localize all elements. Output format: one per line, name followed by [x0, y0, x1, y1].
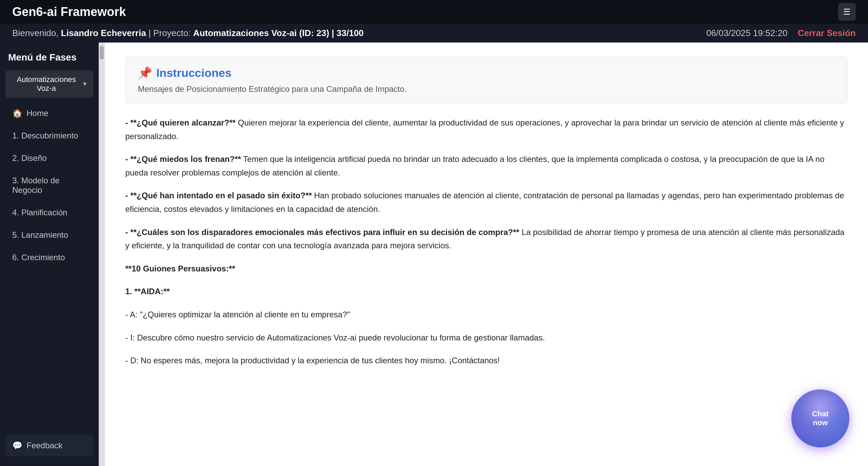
scrollbar-thumb[interactable] [100, 46, 104, 60]
project-dropdown[interactable]: Automatizaciones Voz-a ▼ [5, 70, 93, 98]
p2-bold: - **¿Qué miedos los frenan?** [125, 154, 241, 164]
sidebar-item-label: 2. Diseño [12, 153, 47, 163]
content-p1: - **¿Qué quieren alcanzar?** Quieren mej… [125, 116, 848, 143]
p4-bold: - **¿Cuáles son los disparadores emocion… [125, 228, 519, 237]
feedback-label: Feedback [27, 441, 62, 450]
instructions-box: 📌 Instrucciones Mensajes de Posicionamie… [125, 56, 848, 104]
sidebar-item-descubrimiento[interactable]: 1. Descubrimiento [5, 126, 93, 146]
content-p6-d: - D: No esperes más, mejora la productiv… [125, 354, 848, 367]
content-section: - **¿Qué quieren alcanzar?** Quieren mej… [125, 116, 848, 367]
sidebar-item-crecimiento[interactable]: 6. Crecimiento [5, 247, 93, 268]
instructions-title: 📌 Instrucciones [138, 66, 835, 80]
chat-now-button[interactable]: Chat now [791, 389, 849, 447]
sidebar-item-home[interactable]: 🏠 Home [5, 103, 93, 123]
project-name: Automatizaciones Voz-ai (ID: 23) | 33/10… [193, 28, 364, 38]
hamburger-icon: ☰ [843, 7, 851, 17]
header-right: 06/03/2025 19:52:20 Cerrar Sesión [706, 28, 856, 38]
datetime: 06/03/2025 19:52:20 [706, 28, 788, 38]
main-content: 📌 Instrucciones Mensajes de Posicionamie… [105, 43, 868, 466]
content-p2: - **¿Qué miedos los frenan?** Temen que … [125, 152, 848, 179]
content-p6-a: - A: "¿Quieres optimizar la atención al … [125, 308, 848, 321]
instructions-title-text: Instrucciones [156, 66, 231, 80]
content-p3: - **¿Qué han intentado en el pasado sin … [125, 189, 848, 216]
welcome-message: Bienvenido, Lisandro Echeverria | Proyec… [12, 28, 364, 38]
content-p6-header: 1. **AIDA:** [125, 285, 848, 298]
sidebar-item-label: 6. Crecimiento [12, 253, 65, 262]
content-p5: **10 Guiones Persuasivos:** [125, 262, 848, 276]
chevron-down-icon: ▼ [82, 81, 88, 88]
sidebar-item-label: 5. Lanzamiento [12, 230, 68, 240]
project-label: | Proyecto: [146, 28, 193, 38]
user-name: Lisandro Echeverria [61, 28, 146, 38]
sidebar: Menú de Fases Automatizaciones Voz-a ▼ 🏠… [0, 43, 99, 466]
chat-label: Chat now [812, 410, 829, 428]
p3-bold: - **¿Qué han intentado en el pasado sin … [125, 191, 312, 200]
p1-bold: - **¿Qué quieren alcanzar?** [125, 118, 236, 127]
top-nav: Gen6-ai Framework ☰ [0, 0, 868, 24]
sidebar-item-planificacion[interactable]: 4. Planificación [5, 202, 93, 223]
logout-button[interactable]: Cerrar Sesión [798, 28, 856, 38]
project-dropdown-label: Automatizaciones Voz-a [11, 75, 82, 93]
instructions-subtitle: Mensajes de Posicionamiento Estratégico … [138, 84, 835, 94]
sidebar-item-lanzamiento[interactable]: 5. Lanzamiento [5, 225, 93, 245]
p5-header: **10 Guiones Persuasivos:** [125, 264, 235, 273]
chat-label-line1: Chat [812, 410, 829, 418]
sidebar-item-label: 4. Planificación [12, 208, 67, 217]
chat-label-line2: now [813, 418, 828, 427]
welcome-prefix: Bienvenido, [12, 28, 61, 38]
sidebar-item-label: 3. Modelo de Negocio [12, 176, 86, 195]
home-icon: 🏠 [12, 109, 22, 118]
feedback-icon: 💬 [12, 441, 22, 450]
content-p4: - **¿Cuáles son los disparadores emocion… [125, 226, 848, 252]
content-p6-i: - I: Descubre cómo nuestro servicio de A… [125, 331, 848, 345]
layout: Menú de Fases Automatizaciones Voz-a ▼ 🏠… [0, 43, 868, 466]
app-title: Gen6-ai Framework [12, 5, 126, 19]
hamburger-button[interactable]: ☰ [838, 3, 856, 21]
sidebar-item-label: Home [27, 109, 48, 118]
pin-icon: 📌 [138, 66, 152, 80]
sidebar-title: Menú de Fases [5, 52, 93, 63]
subtitle-bar: Bienvenido, Lisandro Echeverria | Proyec… [0, 24, 868, 43]
scrollbar-track[interactable] [99, 43, 105, 466]
feedback-button[interactable]: 💬 Feedback [5, 435, 93, 456]
sidebar-item-diseno[interactable]: 2. Diseño [5, 148, 93, 168]
p6-header: 1. **AIDA:** [125, 287, 170, 296]
sidebar-item-modelo-negocio[interactable]: 3. Modelo de Negocio [5, 170, 93, 200]
sidebar-item-label: 1. Descubrimiento [12, 131, 78, 140]
